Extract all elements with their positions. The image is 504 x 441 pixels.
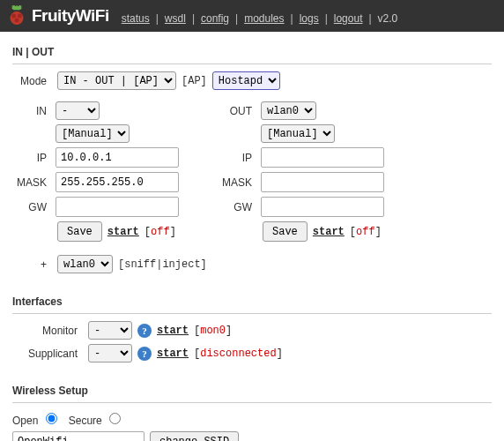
nav-logs[interactable]: logs [300,12,319,25]
raspberry-pi-logo-icon [7,4,26,28]
in-iface-label: IN [12,105,52,117]
out-column: OUT wlan0 [Manual] IP MASK GW [218,101,388,246]
svg-point-3 [15,19,19,23]
out-manual-select[interactable]: [Manual] [261,124,335,143]
in-save-button[interactable]: Save [57,221,102,242]
secure-radio-label[interactable]: Secure [69,410,123,427]
mode-select[interactable]: IN - OUT | [AP] [57,71,176,90]
in-gw-label: GW [12,201,52,213]
nav-logout[interactable]: logout [334,12,363,25]
ssid-input[interactable] [12,431,145,441]
change-ssid-button[interactable]: change SSID [150,431,239,441]
out-status: [off] [350,226,382,238]
ap-label: [AP] [182,75,207,87]
ap-driver-select[interactable]: Hostapd [212,71,280,90]
svg-point-1 [11,14,16,19]
in-mask-label: MASK [12,176,52,189]
supplicant-status: [disconnected] [194,348,283,360]
out-mask-input[interactable] [261,172,384,192]
in-mask-input[interactable] [56,172,179,192]
monitor-status: [mon0] [194,325,232,337]
monitor-start-link[interactable]: start [157,325,189,337]
plus-iface-select[interactable]: wlan0 [57,255,113,273]
supplicant-start-link[interactable]: start [157,348,189,360]
svg-point-2 [18,14,22,19]
open-radio-label[interactable]: Open [12,410,60,427]
out-start-link[interactable]: start [313,226,345,238]
out-iface-select[interactable]: wlan0 [261,101,316,120]
in-gw-input[interactable] [56,197,179,217]
in-manual-select[interactable]: [Manual] [56,124,130,143]
supplicant-select[interactable]: - [88,344,132,363]
monitor-select[interactable]: - [88,321,132,340]
supplicant-label: Supplicant [12,348,83,360]
in-iface-select[interactable]: - [56,101,100,120]
help-icon[interactable]: ? [137,324,152,338]
plus-label: + [12,258,52,271]
out-mask-label: MASK [218,176,257,189]
in-ip-input[interactable] [56,147,179,168]
section-title-interfaces: Interfaces [12,290,492,314]
secure-radio[interactable] [109,413,121,424]
help-icon[interactable]: ? [137,347,152,361]
out-iface-label: OUT [218,105,257,117]
in-column: IN - [Manual] IP MASK GW [12,101,182,246]
brand-title: FruityWiFi [32,6,109,26]
out-gw-label: GW [218,201,257,213]
in-ip-label: IP [12,152,52,164]
version-label: v2.0 [378,12,398,25]
in-start-link[interactable]: start [107,226,139,238]
nav-modules[interactable]: modules [244,12,284,25]
out-ip-label: IP [218,152,257,164]
section-title-wireless: Wireless Setup [12,379,492,403]
nav-config[interactable]: config [201,12,229,25]
out-save-button[interactable]: Save [263,221,308,242]
nav-wsdl[interactable]: wsdl [165,12,186,25]
out-gw-input[interactable] [261,197,384,217]
top-nav: status| wsdl| config| modules| logs| log… [122,0,398,32]
plus-desc: [sniff|inject] [118,258,207,271]
mode-label: Mode [12,75,52,87]
section-title-inout: IN | OUT [12,41,492,64]
in-status: [off] [145,226,176,238]
open-radio[interactable] [46,413,57,424]
monitor-label: Monitor [12,325,83,337]
nav-status[interactable]: status [122,12,150,25]
out-ip-input[interactable] [261,147,384,168]
top-header: FruityWiFi status| wsdl| config| modules… [0,0,504,32]
